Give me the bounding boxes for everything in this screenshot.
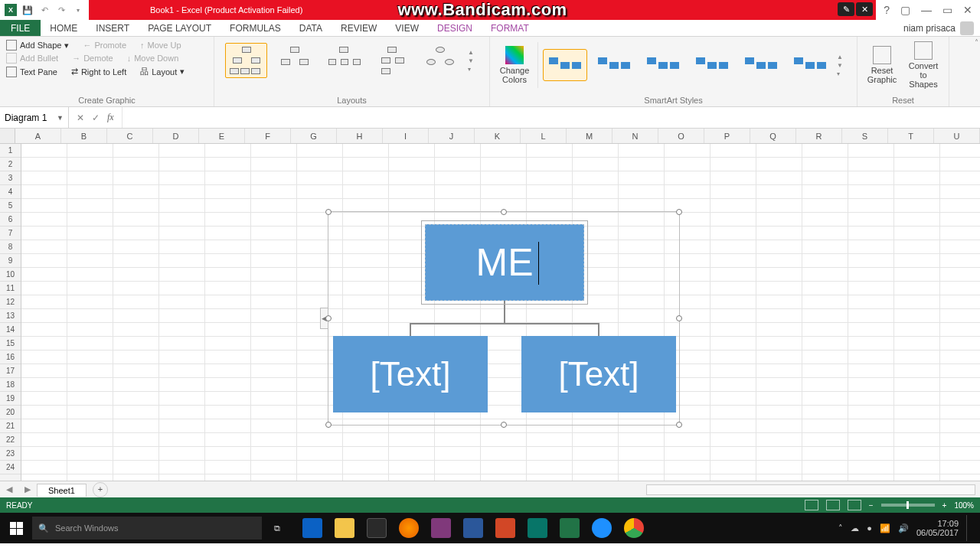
sheet-nav-next[interactable]: ▶ [18,484,37,494]
smartart-node-top[interactable]: ME [425,224,584,301]
smartart-style-2[interactable] [592,49,636,81]
save-icon[interactable]: 💾 [21,4,34,16]
smartart-style-4[interactable] [690,49,734,81]
taskbar-onenote[interactable] [426,513,456,543]
tray-bandicam-icon[interactable]: ● [867,523,872,533]
row-header[interactable]: 1 [0,144,21,158]
start-button[interactable] [0,513,32,543]
taskbar-clock[interactable]: 17:09 06/05/2017 [916,519,959,537]
zoom-level[interactable]: 100% [954,501,974,510]
bandicam-draw-icon[interactable]: ✎ [838,2,854,16]
row-header[interactable]: 24 [0,461,21,474]
horizontal-scrollbar[interactable] [108,484,980,495]
tray-volume-icon[interactable]: 🔊 [898,523,909,533]
layout-button[interactable]: 品 Layout ▾ [140,66,185,77]
smartart-node-bottom-left[interactable]: [Text] [333,336,488,412]
qat-customize-icon[interactable]: ▾ [72,4,84,16]
add-bullet-button[interactable]: Add Bullet [6,53,58,64]
right-to-left-button[interactable]: ⇄ Right to Left [71,67,126,77]
row-header[interactable]: 8 [0,240,21,254]
row-header[interactable]: 12 [0,295,21,309]
row-header[interactable]: 19 [0,392,21,406]
tab-review[interactable]: REVIEW [332,20,386,36]
row-header[interactable]: 4 [0,185,21,199]
view-page-break-button[interactable] [848,500,861,510]
tab-format[interactable]: FORMAT [482,20,538,36]
row-header[interactable]: 16 [0,350,21,364]
taskbar-publisher[interactable] [522,513,553,543]
undo-icon[interactable]: ↶ [38,4,51,16]
view-normal-button[interactable] [805,500,818,510]
tray-network-icon[interactable]: 📶 [880,523,890,533]
cancel-formula-icon[interactable]: ✕ [77,112,84,123]
column-header[interactable]: E [199,129,245,143]
tab-design[interactable]: DESIGN [428,20,482,36]
task-view-button[interactable]: ⧉ [262,513,292,543]
cells-grid[interactable]: ◀ ME [Text] [21,144,980,481]
taskbar-firefox[interactable] [394,513,424,543]
column-header[interactable]: N [612,129,658,143]
row-header[interactable]: 15 [0,337,21,350]
row-header[interactable]: 18 [0,378,21,392]
move-up-button[interactable]: ↑ Move Up [140,41,181,50]
ribbon-display-button[interactable]: ▢ [900,4,910,16]
taskbar-explorer[interactable] [329,513,360,543]
name-box-dropdown-icon[interactable]: ▼ [57,114,64,122]
row-header[interactable]: 13 [0,309,21,323]
promote-button[interactable]: ← Promote [83,41,126,50]
name-box[interactable]: Diagram 1 ▼ [0,107,69,128]
taskbar-ie[interactable] [586,513,617,543]
text-pane-button[interactable]: Text Pane [6,67,57,77]
row-header[interactable]: 21 [0,419,21,433]
column-header[interactable]: G [291,129,337,143]
help-button[interactable]: ? [884,4,890,16]
row-header[interactable]: 20 [0,406,21,419]
tab-insert[interactable]: INSERT [87,20,139,36]
change-colors-button[interactable]: Change Colors [496,46,533,84]
row-header[interactable]: 9 [0,254,21,268]
tab-data[interactable]: DATA [290,20,332,36]
row-header[interactable]: 7 [0,227,21,240]
add-shape-button[interactable]: Add Shape ▾ [6,40,69,51]
smartart-style-1[interactable] [543,49,587,81]
column-header[interactable]: R [796,129,842,143]
layout-option-4[interactable] [371,43,413,78]
tab-home[interactable]: HOME [41,20,87,36]
smartart-style-5[interactable] [739,49,783,81]
account-name[interactable]: niam prisaca [897,20,980,36]
add-sheet-button[interactable]: + [93,482,108,497]
tab-file[interactable]: FILE [0,20,41,36]
column-header[interactable]: T [888,129,934,143]
minimize-button[interactable]: — [921,4,932,16]
enter-formula-icon[interactable]: ✓ [92,112,100,123]
show-desktop-button[interactable] [966,515,977,541]
row-header[interactable]: 14 [0,323,21,337]
zoom-slider[interactable] [881,504,935,507]
tab-page-layout[interactable]: PAGE LAYOUT [139,20,220,36]
taskbar-word[interactable] [458,513,488,543]
layouts-gallery-more[interactable]: ▲▼▾ [468,49,479,73]
row-header[interactable]: 10 [0,268,21,282]
column-header[interactable]: L [521,129,567,143]
row-header[interactable]: 11 [0,282,21,295]
collapse-ribbon-icon[interactable]: ˄ [975,38,978,47]
move-down-button[interactable]: ↓ Move Down [127,54,179,63]
smartart-styles-more[interactable]: ▲▼▾ [837,54,848,77]
layout-option-3[interactable] [322,43,364,78]
row-header[interactable]: 5 [0,199,21,213]
taskbar-chrome[interactable] [619,513,649,543]
row-header[interactable]: 22 [0,433,21,447]
view-page-layout-button[interactable] [826,500,840,510]
column-header[interactable]: J [429,129,475,143]
row-header[interactable]: 17 [0,364,21,378]
taskbar-excel[interactable] [554,513,585,543]
column-header[interactable]: M [567,129,612,143]
column-header[interactable]: O [658,129,704,143]
taskbar-powerpoint[interactable] [490,513,521,543]
column-header[interactable]: A [15,129,61,143]
column-header[interactable]: U [934,129,980,143]
column-header[interactable]: H [337,129,383,143]
column-header[interactable]: P [704,129,750,143]
tab-formulas[interactable]: FORMULAS [220,20,290,36]
convert-to-shapes-button[interactable]: Convert to Shapes [905,40,942,90]
